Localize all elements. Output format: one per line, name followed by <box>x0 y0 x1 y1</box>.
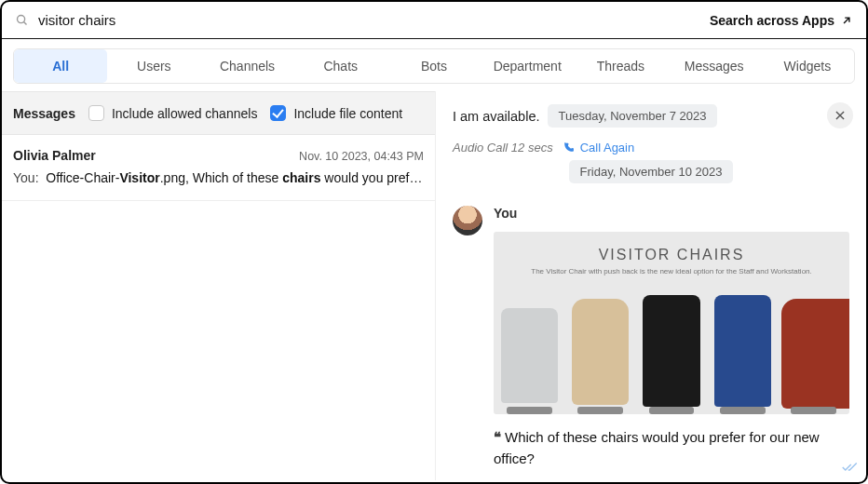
avatar <box>453 206 482 235</box>
message-block: You VISITOR CHAIRS The Visitor Chair wit… <box>453 206 849 469</box>
search-bar: Search across Apps <box>2 2 866 39</box>
external-icon <box>840 14 853 27</box>
preview-pane: I am available. Tuesday, November 7 2023… <box>436 91 866 480</box>
results-section-label: Messages <box>13 106 75 121</box>
close-icon <box>834 109 847 122</box>
date-separator: Friday, November 10 2023 <box>569 160 734 183</box>
tab-chats[interactable]: Chats <box>294 49 387 83</box>
date-separator: Tuesday, November 7 2023 <box>548 104 718 128</box>
phone-icon <box>563 141 575 154</box>
result-snippet: You: Office-Chair-Visitor.png, Which of … <box>13 170 424 185</box>
quote-icon: ❝ <box>494 429 501 445</box>
delivered-icon <box>842 460 859 477</box>
filter-tabs-container: All Users Channels Chats Bots Department… <box>2 39 866 91</box>
call-log-label: Audio Call 12 secs <box>453 141 553 155</box>
svg-line-1 <box>24 22 27 25</box>
attachment-subtitle: The Visitor Chair with push back is the … <box>494 267 849 276</box>
include-file-content-checkbox[interactable]: Include file content <box>270 105 402 121</box>
checkbox-icon <box>88 105 104 121</box>
include-allowed-label: Include allowed channels <box>112 106 257 121</box>
svg-point-0 <box>18 16 25 23</box>
call-log-row: Audio Call 12 secs Call Again <box>453 141 849 155</box>
image-attachment[interactable]: VISITOR CHAIRS The Visitor Chair with pu… <box>494 232 849 414</box>
include-file-label: Include file content <box>293 106 402 121</box>
checkbox-icon <box>270 105 286 121</box>
results-header: Messages Include allowed channels Includ… <box>2 91 435 135</box>
search-across-apps-button[interactable]: Search across Apps <box>710 13 853 28</box>
search-icon <box>15 13 29 27</box>
call-again-button[interactable]: Call Again <box>563 141 635 155</box>
message-text: ❝Which of these chairs would you prefer … <box>494 427 849 469</box>
include-allowed-channels-checkbox[interactable]: Include allowed channels <box>88 105 257 121</box>
message-text: I am available. <box>453 109 540 124</box>
attachment-graphic <box>494 291 849 414</box>
result-timestamp: Nov. 10 2023, 04:43 PM <box>299 150 424 163</box>
search-input[interactable] <box>38 12 700 28</box>
tab-users[interactable]: Users <box>107 49 200 83</box>
message-sender: You <box>494 206 849 221</box>
search-across-label: Search across Apps <box>710 13 834 28</box>
close-preview-button[interactable] <box>827 102 853 128</box>
result-contact-name: Olivia Palmer <box>13 148 96 163</box>
search-result-row[interactable]: Olivia Palmer Nov. 10 2023, 04:43 PM You… <box>2 135 435 201</box>
tab-widgets[interactable]: Widgets <box>761 49 854 83</box>
tab-messages[interactable]: Messages <box>668 49 761 83</box>
tab-bots[interactable]: Bots <box>387 49 481 83</box>
results-pane: Messages Include allowed channels Includ… <box>2 91 436 480</box>
filter-tabs: All Users Channels Chats Bots Department… <box>13 48 855 84</box>
attachment-title: VISITOR CHAIRS <box>494 232 849 263</box>
tab-channels[interactable]: Channels <box>200 49 293 83</box>
tab-department[interactable]: Department <box>481 49 574 83</box>
tab-threads[interactable]: Threads <box>574 49 667 83</box>
tab-all[interactable]: All <box>14 49 107 83</box>
